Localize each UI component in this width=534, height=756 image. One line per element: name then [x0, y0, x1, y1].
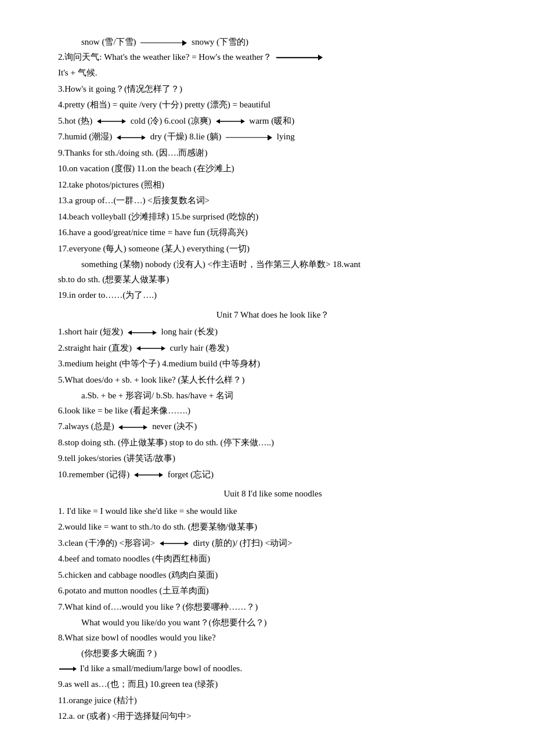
arrow-5a: [97, 117, 126, 125]
u8-line-8b: (你想要多大碗面？): [58, 646, 488, 661]
u8-line-1: 1. I'd like = I would like she'd like = …: [58, 504, 488, 519]
line-14: 14.beach volleyball (沙滩排球) 15.be surpris…: [58, 210, 488, 225]
u7-arrow-7: [118, 423, 147, 431]
line-17: 17.everyone (每人) someone (某人) everything…: [58, 242, 488, 257]
u7-arrow-1: [128, 329, 157, 337]
u8-line-11: 11.orange juice (桔汁): [58, 693, 488, 708]
unit7-title: Unit 7 What does he look like？: [58, 308, 488, 323]
u8-text-7b: What would you like/do you want？(你想要什么？): [81, 618, 267, 627]
line-7: 7.humid (潮湿) dry (干燥) 8.lie (躺) lying: [58, 129, 488, 145]
line-3: 3.How's it going？(情况怎样了？): [58, 82, 488, 97]
text-14: 14.beach volleyball (沙滩排球) 15.be surpris…: [58, 212, 258, 221]
text-4: 4.pretty (相当) = quite /very (十分) pretty …: [58, 100, 270, 109]
u7-line-8: 8.stop doing sth. (停止做某事) stop to do sth…: [58, 435, 488, 451]
text-12: 12.take photos/pictures (照相): [58, 180, 164, 189]
svg-marker-8: [117, 135, 121, 140]
u7-line-5: 5.What does/do + sb. + look like? (某人长什么…: [58, 373, 488, 388]
line-12: 12.take photos/pictures (照相): [58, 178, 488, 193]
arrow-7b: [226, 134, 272, 141]
svg-marker-14: [136, 346, 140, 351]
u7-line-9: 9.tell jokes/stories (讲笑话/故事): [58, 451, 488, 466]
arrow-snow: [140, 39, 187, 46]
line-10: 10.on vacation (度假) 11.on the beach (在沙滩…: [58, 161, 488, 177]
text-7a: 7.humid (潮湿): [58, 132, 112, 141]
u8-text-11: 11.orange juice (桔汁): [58, 696, 137, 705]
unit8-title-text: Uuit 8 I'd like some noodles: [224, 489, 322, 498]
line-19: 19.in order to……(为了….): [58, 288, 488, 303]
text-5b: cold (冷) 6.cool (凉爽): [131, 116, 211, 125]
snow-text: snow (雪/下雪): [81, 37, 136, 46]
text-2: 2.询问天气: What's the weather like? = How's…: [58, 52, 272, 62]
text-17: 17.everyone (每人) someone (某人) everything…: [58, 244, 250, 253]
arrow-5c: [216, 117, 245, 125]
svg-marker-19: [159, 473, 163, 477]
text-5a: 5.hot (热): [58, 116, 92, 125]
u8-line-12: 12.a. or (或者) <用于选择疑问句中>: [58, 709, 488, 724]
text-16: 16.have a good/great/nice time = have fu…: [58, 228, 248, 237]
u7-arrow-10: [134, 471, 163, 479]
line-16: 16.have a good/great/nice time = have fu…: [58, 225, 488, 240]
u7-line-7: 7.always (总是) never (决不): [58, 419, 488, 434]
svg-marker-20: [134, 473, 138, 477]
line-13: 13.a group of…(一群…) <后接复数名词>: [58, 193, 488, 208]
line-4: 4.pretty (相当) = quite /very (十分) pretty …: [58, 98, 488, 113]
text-19: 19.in order to……(为了….): [58, 290, 157, 300]
unit8-title: Uuit 8 I'd like some noodles: [58, 487, 488, 502]
u8-text-3a: 3.clean (干净的) <形容词>: [58, 538, 155, 548]
text-its: It's + 气候.: [58, 68, 97, 77]
u8-line-8: 8.What size bowl of noodles would you li…: [58, 631, 488, 646]
u8-text-8c: I'd like a small/medium/large bowl of no…: [80, 664, 242, 673]
svg-marker-5: [216, 119, 220, 124]
u8-text-2: 2.would like = want to sth./to do sth. (…: [58, 522, 257, 531]
u7-text-5: 5.What does/do + sb. + look like? (某人长什么…: [58, 375, 244, 384]
svg-marker-23: [160, 541, 164, 546]
u8-text-7: 7.What kind of….would you like？(你想要哪种……？…: [58, 602, 258, 611]
u7-arrow-2: [136, 344, 165, 352]
arrow-weather: [276, 54, 323, 61]
u8-text-6: 6.potato and mutton noodles (土豆羊肉面): [58, 586, 209, 595]
arrow-8c: [59, 665, 77, 672]
u7-text-1b: long hair (长发): [161, 327, 218, 336]
u8-arrow-3: [160, 539, 189, 548]
u7-line-1: 1.short hair (短发) long hair (长发): [58, 325, 488, 340]
svg-marker-1: [122, 119, 126, 124]
text-5d: warm (暖和): [249, 116, 294, 125]
svg-marker-4: [241, 119, 245, 124]
u7-text-7b: never (决不): [152, 422, 197, 431]
u8-line-2: 2.would like = want to sth./to do sth. (…: [58, 520, 488, 535]
u7-text-10b: forget (忘记): [168, 470, 214, 479]
svg-marker-16: [143, 425, 147, 430]
u7-line-10: 10.remember (记得) forget (忘记): [58, 467, 488, 483]
u8-text-9: 9.as well as…(也；而且) 10.green tea (绿茶): [58, 679, 218, 689]
u7-text-2b: curly hair (卷发): [170, 343, 229, 352]
line-2: 2.询问天气: What's the weather like? = How's…: [58, 50, 488, 65]
u8-text-8: 8.What size bowl of noodles would you li…: [58, 633, 216, 642]
u8-line-4: 4.beef and tomato noodles (牛肉西红柿面): [58, 552, 488, 567]
u7-text-8: 8.stop doing sth. (停止做某事) stop to do sth…: [58, 438, 274, 447]
text-17c: sb.to do sth. (想要某人做某事): [58, 275, 169, 284]
content-area: snow (雪/下雪) snowy (下雪的) 2.询问天气: What's t…: [58, 35, 488, 724]
u7-text-10a: 10.remember (记得): [58, 470, 129, 479]
u8-line-7: 7.What kind of….would you like？(你想要哪种……？…: [58, 600, 488, 615]
u7-text-6: 6.look like = be like (看起来像…….): [58, 406, 190, 415]
u8-line-3: 3.clean (干净的) <形容词> dirty (脏的)/ (打扫) <动词…: [58, 536, 488, 551]
u8-line-9: 9.as well as…(也；而且) 10.green tea (绿茶): [58, 677, 488, 692]
u8-line-5: 5.chicken and cabbage noodles (鸡肉白菜面): [58, 568, 488, 583]
u7-line-3: 3.medium height (中等个子) 4.medium build (中…: [58, 357, 488, 372]
u7-line-6: 6.look like = be like (看起来像…….): [58, 404, 488, 419]
u8-text-1: 1. I'd like = I would like she'd like = …: [58, 506, 237, 516]
u7-text-3: 3.medium height (中等个子) 4.medium build (中…: [58, 359, 260, 368]
svg-marker-11: [128, 330, 132, 335]
u8-line-7b: What would you like/do you want？(你想要什么？): [58, 615, 488, 631]
snowy-text: snowy (下雪的): [192, 37, 248, 46]
line-17b: something (某物) nobody (没有人) <作主语时，当作第三人称…: [58, 257, 488, 272]
u7-line-5a: a.Sb. + be + 形容词/ b.Sb. has/have + 名词: [58, 388, 488, 404]
u7-text-1a: 1.short hair (短发): [58, 327, 123, 336]
text-9: 9.Thanks for sth./doing sth. (因….而感谢): [58, 148, 207, 157]
u8-text-4: 4.beef and tomato noodles (牛肉西红柿面): [58, 554, 210, 563]
svg-marker-17: [118, 425, 122, 430]
text-13: 13.a group of…(一群…) <后接复数名词>: [58, 196, 210, 205]
u8-text-8b: (你想要多大碗面？): [81, 649, 157, 658]
line-5: 5.hot (热) cold (冷) 6.cool (凉爽) warm (暖和): [58, 114, 488, 129]
arrow-7a: [117, 134, 146, 142]
